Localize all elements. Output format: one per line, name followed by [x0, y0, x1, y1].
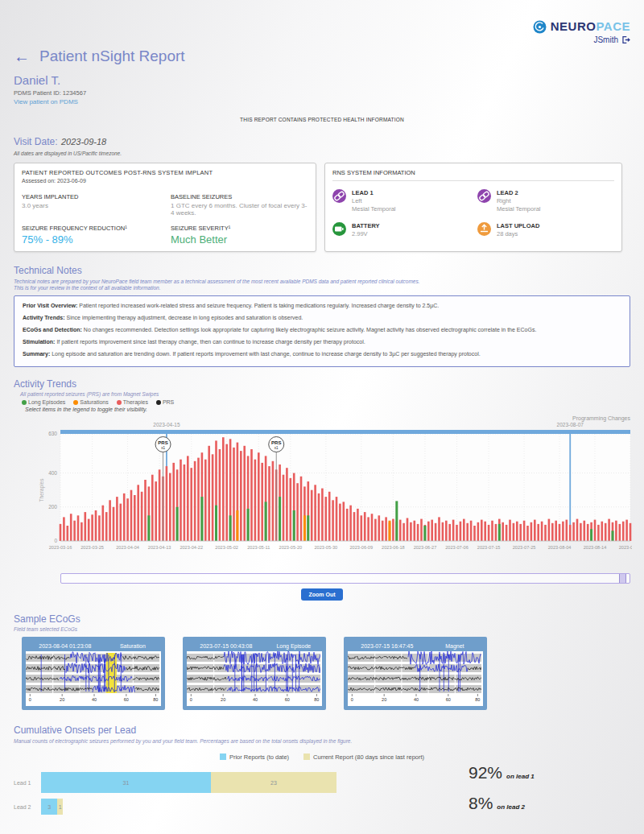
ecog-x-tick: 40 [253, 697, 258, 702]
ecog-trace: 020406080 [187, 651, 320, 703]
x-tick-label: 2023-07-25 [513, 545, 536, 550]
activity-trends-title: Activity Trends [14, 378, 630, 390]
ecogs-subtitle: Field team selected ECoGs [14, 626, 630, 632]
therapy-bar [580, 523, 582, 541]
x-tick-label: 2023-03-16 [49, 545, 72, 550]
patient-outcomes-box: PATIENT REPORTED OUTCOMES POST-RNS SYSTE… [14, 163, 316, 252]
ecog-x-tick: 20 [60, 697, 64, 702]
therapy-bar [180, 460, 182, 541]
ecog-x-tick: 80 [314, 697, 319, 702]
lead-icon [477, 189, 491, 203]
ecog-type-label: Saturation [105, 643, 161, 649]
long-episodes-bar [279, 497, 281, 541]
therapy-bar [336, 497, 338, 541]
ecog-timestamp: 2023-08-04 01:23:08 [26, 643, 105, 649]
therapy-bar [410, 522, 412, 541]
therapy-bar [339, 504, 341, 541]
therapy-bar [537, 524, 539, 541]
rns-item-last-upload: LAST UPLOAD28 days [477, 222, 614, 237]
therapy-bar [151, 475, 154, 541]
legend-dot [22, 400, 27, 405]
therapy-bar [569, 525, 572, 541]
legend-item-prs[interactable]: PRS [156, 399, 174, 405]
therapy-bar [134, 495, 136, 541]
onset-legend-item[interactable]: Prior Reports (to date) [220, 753, 289, 761]
therapy-bar [407, 518, 409, 542]
svg-text:x1: x1 [161, 446, 165, 450]
chart-range-slider[interactable] [60, 573, 630, 584]
therapy-bar [608, 519, 610, 541]
therapy-bar [551, 523, 554, 541]
therapy-bar [382, 521, 384, 541]
ecog-x-tick: 60 [446, 697, 451, 702]
therapy-bar [481, 520, 483, 541]
years-implanted-value: 3.0 years [22, 202, 159, 209]
outcomes-title: PATIENT REPORTED OUTCOMES POST-RNS SYSTE… [22, 169, 308, 176]
therapy-bar [109, 500, 111, 541]
legend-item-therapies[interactable]: Therapies [117, 399, 148, 405]
range-slider-handle[interactable] [619, 574, 626, 583]
therapy-bar [466, 523, 469, 541]
neuropace-swirl-icon [533, 20, 547, 34]
x-tick-label: 2023-05-02 [215, 545, 238, 550]
logout-icon[interactable] [621, 35, 630, 44]
therapy-bar [438, 517, 440, 541]
therapy-bar [601, 522, 604, 541]
therapy-bar [625, 520, 628, 541]
therapy-bar [250, 449, 253, 541]
therapy-bar [325, 497, 328, 541]
lead-percentage-2: 8%on lead 2 [469, 794, 535, 813]
therapy-bar [576, 519, 579, 541]
rns-item-value: Left [352, 197, 395, 204]
ecog-x-tick: 80 [475, 697, 480, 702]
long-episodes-bar [176, 507, 179, 541]
therapy-bar [622, 522, 625, 541]
x-tick-label: 2023-05-30 [315, 545, 338, 550]
therapy-bar [566, 520, 568, 541]
legend-item-saturations[interactable]: Saturations [73, 399, 108, 405]
long-episodes-bar [265, 502, 267, 541]
rns-item-value: Mesial Temporal [352, 205, 395, 213]
visit-date-label: Visit Date: [14, 136, 57, 147]
y-tick-label: 630 [48, 431, 57, 436]
therapy-bar [448, 524, 451, 541]
rns-item-label: LAST UPLOAD [497, 222, 539, 229]
y-tick-label: 0 [54, 538, 57, 543]
back-arrow-icon[interactable]: ← [14, 48, 30, 64]
ecog-panel-magnet: 2023-07-15 16:47:45Magnet020406080 [344, 637, 487, 710]
therapy-bar [559, 524, 561, 541]
therapy-bar [470, 521, 473, 541]
activity-subtitle: All patient reported seizures (PRS) are … [20, 391, 630, 397]
therapy-bar [385, 517, 387, 541]
legend-item-long-episodes[interactable]: Long Episodes [22, 399, 65, 405]
therapy-bar [233, 448, 235, 541]
therapy-bar [155, 481, 157, 541]
x-tick-label: 2023-04-22 [180, 545, 203, 550]
prior-reports-bar: 31 [41, 772, 211, 793]
y-tick-label: 200 [48, 504, 57, 510]
onset-legend-item[interactable]: Current Report (80 days since last repor… [303, 753, 424, 761]
technical-note: ECoGs and Detection: No changes recommen… [23, 327, 621, 332]
therapy-bar [296, 483, 299, 541]
therapy-bar [364, 512, 366, 541]
ecog-timestamp: 2023-07-15 00:43:08 [187, 643, 266, 649]
therapy-bar [194, 461, 196, 541]
therapy-bar [402, 523, 405, 541]
therapy-bar [166, 466, 168, 541]
therapy-bar [371, 514, 374, 541]
svg-text:PRS: PRS [271, 440, 281, 445]
x-tick-label: 2023-08-04 [548, 545, 572, 550]
therapy-bar [88, 519, 90, 541]
long-episodes-bar [307, 515, 309, 541]
zoom-out-button[interactable]: Zoom Out [301, 588, 342, 601]
therapy-bar [526, 526, 529, 541]
saturations-bar [236, 510, 238, 541]
therapy-bar [130, 490, 133, 541]
x-tick-label: 2023-06-27 [414, 545, 437, 550]
onset-row-1: Lead 13123 [14, 772, 630, 793]
technical-note: Activity Trends: Since implementing ther… [23, 315, 621, 320]
therapy-bar [300, 477, 303, 541]
legend-dot [117, 400, 122, 405]
seizure-frequency-value: 75% - 89% [22, 233, 159, 246]
pdms-link[interactable]: View patient on PDMS [14, 98, 630, 105]
